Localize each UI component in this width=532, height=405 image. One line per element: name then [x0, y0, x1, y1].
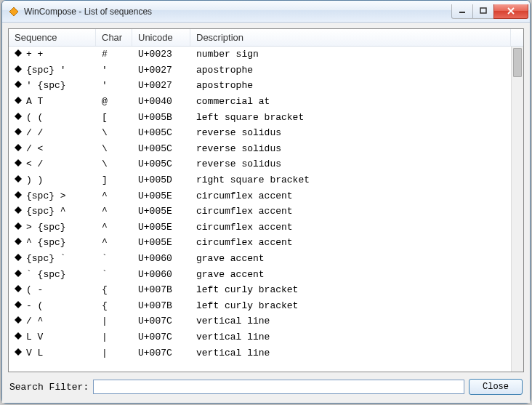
window: WinCompose - List of sequences Sequence …: [1, 0, 531, 404]
table-row[interactable]: {spc} ``U+0060grave accent: [9, 251, 511, 267]
svg-rect-2: [480, 8, 486, 13]
cell-unicode: U+005C: [132, 143, 190, 154]
col-sequence[interactable]: Sequence: [9, 29, 96, 46]
cell-sequence: - (: [9, 300, 96, 311]
col-unicode[interactable]: Unicode: [132, 29, 190, 46]
compose-key-icon: [15, 348, 22, 358]
compose-key-icon: [15, 300, 22, 311]
compose-key-icon: [15, 127, 22, 138]
svg-marker-18: [15, 285, 22, 292]
window-title: WinCompose - List of sequences: [24, 7, 452, 17]
cell-description: apostrophe: [190, 65, 511, 76]
vertical-scrollbar[interactable]: [511, 47, 523, 372]
table-row[interactable]: / ^|U+007Cvertical line: [9, 313, 511, 329]
minimize-button[interactable]: [451, 4, 473, 19]
window-controls: [452, 4, 528, 19]
cell-unicode: U+005E: [132, 237, 190, 248]
col-char[interactable]: Char: [96, 29, 132, 46]
cell-description: vertical line: [190, 348, 511, 358]
close-button[interactable]: Close: [469, 379, 523, 395]
svg-marker-20: [15, 316, 22, 324]
cell-sequence: / ^: [9, 316, 96, 326]
cell-sequence: / <: [9, 143, 96, 154]
compose-key-icon: [15, 80, 22, 91]
table-row[interactable]: {spc} >^U+005Ecircumflex accent: [9, 188, 511, 204]
cell-unicode: U+005C: [132, 159, 190, 169]
table-row[interactable]: V L|U+007Cvertical line: [9, 345, 511, 361]
cell-sequence: ^ {spc}: [9, 237, 96, 248]
search-input[interactable]: [93, 380, 464, 394]
cell-char: ^: [96, 222, 132, 233]
cell-sequence: ( (: [9, 112, 96, 123]
cell-sequence: {spc} >: [9, 191, 96, 201]
table-row[interactable]: {spc} ''U+0027apostrophe: [9, 63, 511, 79]
table-row[interactable]: L V|U+007Cvertical line: [9, 329, 511, 345]
compose-key-icon: [15, 253, 22, 264]
close-window-button[interactable]: [493, 4, 528, 19]
cell-description: reverse solidus: [190, 127, 511, 138]
cell-description: commercial at: [190, 96, 511, 107]
compose-key-icon: [15, 206, 22, 217]
cell-char: `: [96, 269, 132, 280]
cell-unicode: U+007B: [132, 300, 190, 311]
cell-description: circumflex accent: [190, 206, 511, 217]
maximize-button[interactable]: [472, 4, 494, 19]
client-area: Sequence Char Unicode Description + +#U+…: [2, 23, 530, 403]
titlebar[interactable]: WinCompose - List of sequences: [2, 1, 530, 23]
scrollbar-thumb[interactable]: [513, 48, 522, 77]
cell-description: reverse solidus: [190, 159, 511, 169]
cell-char: \: [96, 127, 132, 138]
cell-sequence: ( -: [9, 284, 96, 295]
cell-unicode: U+007C: [132, 316, 190, 326]
table-row[interactable]: ( ([U+005Bleft square bracket: [9, 109, 511, 125]
cell-char: |: [96, 316, 132, 326]
compose-key-icon: [15, 159, 22, 169]
svg-marker-9: [15, 144, 22, 151]
cell-description: left square bracket: [190, 112, 511, 123]
cell-char: ^: [96, 206, 132, 217]
table-row[interactable]: / /\U+005Creverse solidus: [9, 125, 511, 141]
table-row[interactable]: - ({U+007Bleft curly bracket: [9, 298, 511, 314]
cell-sequence: > {spc}: [9, 222, 96, 233]
cell-unicode: U+0027: [132, 65, 190, 76]
cell-description: circumflex accent: [190, 191, 511, 201]
svg-marker-21: [15, 332, 22, 340]
svg-marker-5: [15, 81, 22, 88]
compose-key-icon: [15, 143, 22, 154]
table-row[interactable]: {spc} ^^U+005Ecircumflex accent: [9, 204, 511, 220]
cell-char: `: [96, 253, 132, 264]
table-row[interactable]: > {spc}^U+005Ecircumflex accent: [9, 220, 511, 236]
column-headers: Sequence Char Unicode Description: [9, 29, 523, 47]
cell-sequence: / /: [9, 127, 96, 138]
table-row[interactable]: A T@U+0040commercial at: [9, 94, 511, 110]
cell-char: {: [96, 284, 132, 295]
svg-marker-14: [15, 222, 22, 230]
compose-key-icon: [15, 222, 22, 233]
cell-unicode: U+005E: [132, 191, 190, 201]
table-row[interactable]: < /\U+005Creverse solidus: [9, 156, 511, 172]
sequence-list[interactable]: Sequence Char Unicode Description + +#U+…: [8, 28, 524, 372]
table-row[interactable]: + +#U+0023number sign: [9, 47, 511, 63]
svg-marker-22: [15, 348, 22, 356]
cell-unicode: U+0060: [132, 269, 190, 280]
cell-sequence: {spc} ': [9, 65, 96, 76]
compose-key-icon: [15, 175, 22, 185]
cell-sequence: A T: [9, 96, 96, 107]
cell-char: ^: [96, 237, 132, 248]
col-description[interactable]: Description: [190, 29, 511, 46]
svg-rect-1: [459, 12, 465, 13]
compose-key-icon: [15, 269, 22, 280]
search-label: Search Filter:: [9, 382, 89, 393]
table-row[interactable]: ) )]U+005Dright square bracket: [9, 172, 511, 188]
cell-description: grave accent: [190, 253, 511, 264]
cell-unicode: U+005E: [132, 206, 190, 217]
table-row[interactable]: ' {spc}'U+0027apostrophe: [9, 78, 511, 94]
table-row[interactable]: ` {spc}`U+0060grave accent: [9, 266, 511, 282]
cell-char: |: [96, 332, 132, 342]
table-row[interactable]: ^ {spc}^U+005Ecircumflex accent: [9, 235, 511, 251]
cell-char: \: [96, 159, 132, 169]
table-row[interactable]: ( -{U+007Bleft curly bracket: [9, 282, 511, 298]
svg-marker-16: [15, 254, 22, 261]
table-row[interactable]: / <\U+005Creverse solidus: [9, 141, 511, 157]
cell-char: {: [96, 300, 132, 311]
